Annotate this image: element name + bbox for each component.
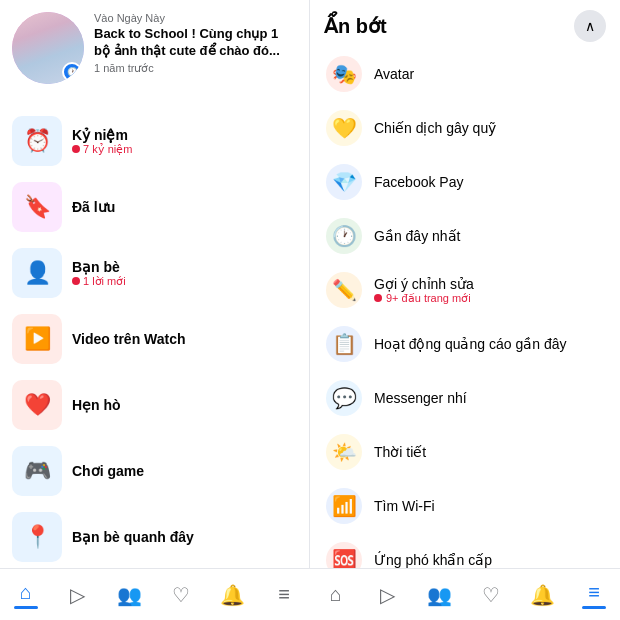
tab-home[interactable]: ⌂ [0,575,52,615]
right-icon-ung_pho_khan_cap: 🆘 [326,542,362,568]
memory-label: Vào Ngày Này [94,12,297,24]
tab-menu[interactable]: ≡ [258,577,310,612]
grid-badge-ban_be: 1 lời mới [72,275,297,288]
profile-memory-card: 🕐 Vào Ngày Này Back to School ! Cùng chụ… [0,0,309,96]
right-menu-content-hoat_dong_qc: Hoạt động quảng cáo gần đây [374,336,604,352]
grid-label-wrap-ban_be_quanh_day: Bạn bè quanh đây [72,529,297,545]
right-icon-tim_wifi: 📶 [326,488,362,524]
right-icon-thoi_tiet: 🌤️ [326,434,362,470]
right-header-title: Ẩn bớt [324,14,387,38]
right-panel: Ẩn bớt ∧ 🎭 Avatar 💛 Chiến dịch gây quỹ 💎… [310,0,620,568]
grid-label-hen_ho: Hẹn hò [72,397,297,413]
right-menu-item-avatar[interactable]: 🎭 Avatar [318,48,612,100]
right-menu-label-avatar: Avatar [374,66,604,82]
grid-icon-hen_ho: ❤️ [12,380,62,430]
memory-text: Vào Ngày Này Back to School ! Cùng chụp … [94,12,297,75]
right-menu-content-avatar: Avatar [374,66,604,82]
bottom-tabs-left: ⌂▷👥♡🔔≡ [0,569,310,620]
grid-badge-ky_niem: 7 kỷ niệm [72,143,297,156]
grid-label-wrap-choi_game: Chơi game [72,463,297,479]
grid-label-wrap-da_luu: Đã lưu [72,199,297,215]
grid-icon-video_watch: ▶️ [12,314,62,364]
right-icon-chien_dich: 💛 [326,110,362,146]
right-menu-label-chien_dich: Chiến dịch gây quỹ [374,120,604,136]
tab-bell[interactable]: 🔔 [207,577,259,613]
right-menu-label-messenger_nhi: Messenger nhí [374,390,604,406]
middle-item-video_watch[interactable]: ▶️ Video trên Watch [0,306,309,372]
middle-item-ban_be[interactable]: 👤 Bạn bè 1 lời mới [0,240,309,306]
tab-friends[interactable]: 👥 [103,577,155,613]
tab-friends2[interactable]: 👥 [413,577,465,613]
avatar-memory-badge: 🕐 [62,62,82,82]
right-menu-label-facebook_pay: Facebook Pay [374,174,604,190]
memory-title: Back to School ! Cùng chụp 1 bộ ảnh thật… [94,26,297,60]
memory-time: 1 năm trước [94,62,297,75]
grid-label-wrap-ky_niem: Kỷ niệm 7 kỷ niệm [72,127,297,156]
bottom-tabs: ⌂▷👥♡🔔≡ ⌂▷👥♡🔔≡ [0,568,620,620]
collapse-icon[interactable]: ∧ [574,10,606,42]
right-menu-label-thoi_tiet: Thời tiết [374,444,604,460]
right-menu-content-facebook_pay: Facebook Pay [374,174,604,190]
middle-item-choi_game[interactable]: 🎮 Chơi game [0,438,309,504]
right-menu-content-goi_y_chinh_sua: Gợi ý chỉnh sửa 9+ đấu trang mới [374,276,604,305]
middle-item-ky_niem[interactable]: ⏰ Kỷ niệm 7 kỷ niệm [0,108,309,174]
grid-icon-ky_niem: ⏰ [12,116,62,166]
grid-label-wrap-video_watch: Video trên Watch [72,331,297,347]
right-menu-label-tim_wifi: Tìm Wi-Fi [374,498,604,514]
right-icon-gan_day_nhat: 🕐 [326,218,362,254]
grid-label-wrap-ban_be: Bạn bè 1 lời mới [72,259,297,288]
middle-item-hen_ho[interactable]: ❤️ Hẹn hò [0,372,309,438]
right-menu-item-thoi_tiet[interactable]: 🌤️ Thời tiết [318,426,612,478]
right-menu-content-messenger_nhi: Messenger nhí [374,390,604,406]
right-menu-item-hoat_dong_qc[interactable]: 📋 Hoạt động quảng cáo gần đây [318,318,612,370]
right-menu-item-goi_y_chinh_sua[interactable]: ✏️ Gợi ý chỉnh sửa 9+ đấu trang mới [318,264,612,316]
right-menu-label-goi_y_chinh_sua: Gợi ý chỉnh sửa [374,276,604,292]
middle-item-da_luu[interactable]: 🔖 Đã lưu [0,174,309,240]
right-menu-item-gan_day_nhat[interactable]: 🕐 Gần đây nhất [318,210,612,262]
tab-menu2[interactable]: ≡ [568,575,620,615]
grid-label-video_watch: Video trên Watch [72,331,297,347]
right-menu-label-gan_day_nhat: Gần đây nhất [374,228,604,244]
right-menu-item-tim_wifi[interactable]: 📶 Tìm Wi-Fi [318,480,612,532]
right-icon-facebook_pay: 💎 [326,164,362,200]
right-menu-item-facebook_pay[interactable]: 💎 Facebook Pay [318,156,612,208]
right-menu-content-gan_day_nhat: Gần đây nhất [374,228,604,244]
grid-label-ban_be: Bạn bè [72,259,297,275]
right-menu-content-ung_pho_khan_cap: Ứng phó khẩn cấp [374,552,604,568]
tab-heart2[interactable]: ♡ [465,577,517,613]
right-icon-messenger_nhi: 💬 [326,380,362,416]
right-menu-content-tim_wifi: Tìm Wi-Fi [374,498,604,514]
avatar[interactable]: 🕐 [12,12,84,84]
right-menu-label-hoat_dong_qc: Hoạt động quảng cáo gần đây [374,336,604,352]
grid-icon-ban_be_quanh_day: 📍 [12,512,62,562]
grid-label-ban_be_quanh_day: Bạn bè quanh đây [72,529,297,545]
right-menu-item-messenger_nhi[interactable]: 💬 Messenger nhí [318,372,612,424]
grid-icon-choi_game: 🎮 [12,446,62,496]
tab-heart[interactable]: ♡ [155,577,207,613]
left-panel: 🕐 Vào Ngày Này Back to School ! Cùng chụ… [0,0,310,568]
bottom-tabs-right: ⌂▷👥♡🔔≡ [310,569,620,620]
grid-label-choi_game: Chơi game [72,463,297,479]
right-icon-avatar: 🎭 [326,56,362,92]
right-menu-item-chien_dich[interactable]: 💛 Chiến dịch gây quỹ [318,102,612,154]
grid-label-da_luu: Đã lưu [72,199,297,215]
grid-label-ky_niem: Kỷ niệm [72,127,297,143]
right-menu-label-ung_pho_khan_cap: Ứng phó khẩn cấp [374,552,604,568]
tab-home2[interactable]: ⌂ [310,577,362,612]
tab-bell2[interactable]: 🔔 [517,577,569,613]
middle-item-ban_be_quanh_day[interactable]: 📍 Bạn bè quanh đây [0,504,309,568]
right-menu-content-chien_dich: Chiến dịch gây quỹ [374,120,604,136]
right-icon-hoat_dong_qc: 📋 [326,326,362,362]
right-menu-item-ung_pho_khan_cap[interactable]: 🆘 Ứng phó khẩn cấp [318,534,612,568]
grid-label-wrap-hen_ho: Hẹn hò [72,397,297,413]
grid-icon-ban_be: 👤 [12,248,62,298]
grid-icon-da_luu: 🔖 [12,182,62,232]
right-menu-badge-goi_y_chinh_sua: 9+ đấu trang mới [374,292,604,305]
right-header: Ẩn bớt ∧ [310,0,620,48]
middle-menu: ⏰ Kỷ niệm 7 kỷ niệm 🔖 Đã lưu 👤 Bạn bè 1 … [0,104,309,568]
tab-video[interactable]: ▷ [52,577,104,613]
right-icon-goi_y_chinh_sua: ✏️ [326,272,362,308]
tab-video2[interactable]: ▷ [362,577,414,613]
right-menu: 🎭 Avatar 💛 Chiến dịch gây quỹ 💎 Facebook… [310,48,620,568]
right-menu-content-thoi_tiet: Thời tiết [374,444,604,460]
